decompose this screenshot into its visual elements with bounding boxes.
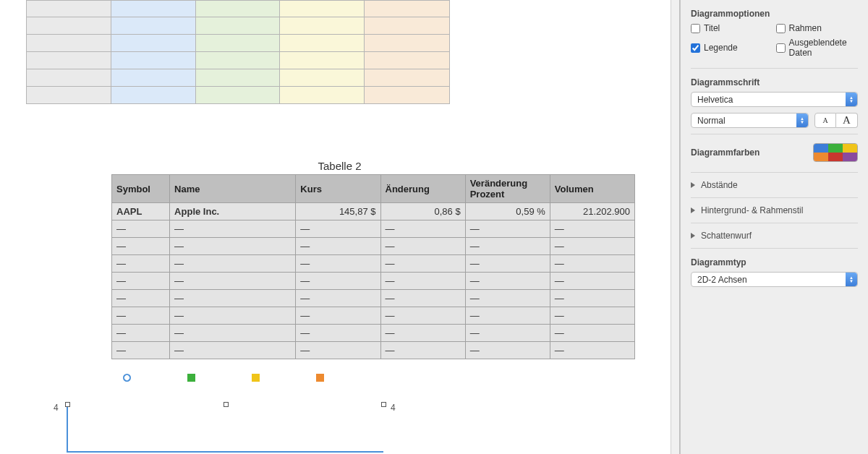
cell-empty[interactable]: —: [170, 307, 296, 325]
cell-empty[interactable]: —: [380, 238, 465, 255]
cell-empty[interactable]: —: [170, 238, 296, 255]
cell-empty[interactable]: —: [296, 220, 380, 238]
cell-empty[interactable]: —: [170, 325, 296, 342]
selection-handle[interactable]: [381, 402, 386, 407]
cell-empty[interactable]: —: [550, 307, 634, 325]
checkbox-hidden-data-input[interactable]: [776, 43, 786, 53]
checkbox-title[interactable]: Titel: [691, 23, 773, 33]
cell-empty[interactable]: —: [296, 238, 380, 255]
header-volume[interactable]: Volumen: [550, 175, 634, 203]
chart-type-select[interactable]: 2D-2 Achsen ▲▼: [691, 272, 858, 287]
cell-empty[interactable]: —: [465, 255, 550, 273]
cell-empty[interactable]: —: [296, 255, 380, 273]
cell-kurs[interactable]: 145,87 $: [296, 203, 380, 220]
cell-empty[interactable]: —: [380, 255, 465, 273]
disclosure-shadow[interactable]: Schattenwurf: [691, 223, 858, 249]
chart-type-title: Diagrammtyp: [691, 257, 858, 267]
scrollbar-vertical[interactable]: [671, 0, 679, 454]
cell-empty[interactable]: —: [465, 238, 550, 255]
table-row[interactable]: ——————: [112, 342, 635, 359]
chart-placeholder[interactable]: [67, 405, 383, 453]
cell-empty[interactable]: —: [465, 342, 550, 359]
font-size-increase-button[interactable]: A: [836, 113, 858, 128]
table-row[interactable]: ——————: [112, 238, 635, 255]
disclosure-spacing[interactable]: Abstände: [691, 172, 858, 198]
cell-symbol[interactable]: AAPL: [112, 203, 170, 220]
cell-empty[interactable]: —: [380, 220, 465, 238]
cell-empty[interactable]: —: [296, 307, 380, 325]
cell-volume[interactable]: 21.202.900: [550, 203, 634, 220]
cell-empty[interactable]: —: [112, 325, 170, 342]
cell-empty[interactable]: —: [170, 255, 296, 273]
cell-empty[interactable]: —: [380, 290, 465, 307]
cell-empty[interactable]: —: [170, 273, 296, 290]
table-row[interactable]: ——————: [112, 307, 635, 325]
disclosure-background[interactable]: Hintergrund- & Rahmenstil: [691, 198, 858, 223]
cell-empty[interactable]: —: [296, 273, 380, 290]
cell-empty[interactable]: —: [550, 238, 634, 255]
font-title: Diagrammschrift: [691, 77, 858, 87]
cell-empty[interactable]: —: [465, 290, 550, 307]
cell-empty[interactable]: —: [112, 273, 170, 290]
cell-empty[interactable]: —: [380, 325, 465, 342]
cell-empty[interactable]: —: [112, 307, 170, 325]
header-kurs[interactable]: Kurs: [296, 175, 380, 203]
table-row[interactable]: ——————: [112, 220, 635, 238]
cell-empty[interactable]: —: [550, 290, 634, 307]
checkbox-title-input[interactable]: [691, 24, 700, 33]
cell-empty[interactable]: —: [465, 325, 550, 342]
checkbox-frame[interactable]: Rahmen: [776, 23, 859, 33]
cell-change[interactable]: 0,86 $: [380, 203, 465, 220]
cell-empty[interactable]: —: [296, 342, 380, 359]
font-style-select[interactable]: Normal ▲▼: [691, 113, 809, 128]
header-change-pct[interactable]: Veränderung Prozent: [465, 175, 550, 203]
font-family-select[interactable]: Helvetica ▲▼: [691, 92, 858, 107]
table-row[interactable]: ——————: [112, 325, 635, 342]
cell-name[interactable]: Apple Inc.: [170, 203, 296, 220]
cell-empty[interactable]: —: [112, 220, 170, 238]
cell-empty[interactable]: —: [296, 325, 380, 342]
legend-swatch-orange: [316, 374, 324, 382]
cell-change-pct[interactable]: 0,59 %: [465, 203, 550, 220]
cell-empty[interactable]: —: [170, 290, 296, 307]
cell-empty[interactable]: —: [170, 342, 296, 359]
cell-empty[interactable]: —: [465, 273, 550, 290]
checkbox-hidden-data[interactable]: Ausgeblendete Daten: [776, 38, 859, 58]
table-row[interactable]: ——————: [112, 255, 635, 273]
header-change[interactable]: Änderung: [380, 175, 465, 203]
cell-empty[interactable]: —: [380, 307, 465, 325]
table-row[interactable]: AAPL Apple Inc. 145,87 $ 0,86 $ 0,59 % 2…: [112, 203, 635, 220]
cell-empty[interactable]: —: [465, 307, 550, 325]
mini-color-table[interactable]: [26, 0, 450, 104]
cell-empty[interactable]: —: [465, 220, 550, 238]
checkbox-frame-input[interactable]: [776, 24, 786, 33]
document-canvas[interactable]: Tabelle 2 Symbol Name Kurs Änderung Verä…: [0, 0, 680, 454]
cell-empty[interactable]: —: [296, 290, 380, 307]
header-name[interactable]: Name: [170, 175, 296, 203]
cell-empty[interactable]: —: [380, 273, 465, 290]
cell-empty[interactable]: —: [112, 342, 170, 359]
stock-table[interactable]: Symbol Name Kurs Änderung Veränderung Pr…: [111, 174, 635, 359]
cell-empty[interactable]: —: [550, 325, 634, 342]
disclosure-shadow-label: Schattenwurf: [701, 231, 752, 241]
table-title[interactable]: Tabelle 2: [0, 160, 679, 172]
cell-empty[interactable]: —: [550, 255, 634, 273]
cell-empty[interactable]: —: [380, 342, 465, 359]
cell-empty[interactable]: —: [550, 220, 634, 238]
cell-empty[interactable]: —: [112, 290, 170, 307]
cell-empty[interactable]: —: [550, 342, 634, 359]
cell-empty[interactable]: —: [112, 238, 170, 255]
table-row[interactable]: ——————: [112, 273, 635, 290]
font-size-decrease-button[interactable]: A: [814, 113, 836, 128]
selection-handle[interactable]: [65, 402, 70, 407]
cell-empty[interactable]: —: [170, 220, 296, 238]
checkbox-legend-input[interactable]: [691, 43, 700, 53]
header-symbol[interactable]: Symbol: [112, 175, 170, 203]
checkbox-legend[interactable]: Legende: [691, 38, 773, 58]
cell-empty[interactable]: —: [112, 255, 170, 273]
cell-empty[interactable]: —: [550, 273, 634, 290]
color-scheme-button[interactable]: [813, 143, 858, 162]
table-row[interactable]: ——————: [112, 290, 635, 307]
chart-legend[interactable]: [123, 374, 324, 382]
selection-handle[interactable]: [224, 402, 229, 407]
